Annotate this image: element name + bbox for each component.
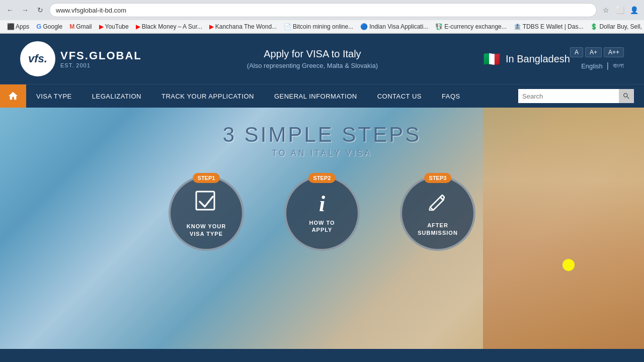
nav-visa-type[interactable]: VISA TYPE <box>26 85 82 107</box>
profile-icon[interactable]: 👤 <box>628 4 640 16</box>
pencil-icon <box>426 190 449 213</box>
step3-badge: STEP3 <box>424 173 452 183</box>
checkmark-icon <box>194 189 219 214</box>
apps-icon: ⬛ <box>7 23 14 30</box>
star-icon[interactable]: ☆ <box>600 4 612 16</box>
font-medium-button[interactable]: A+ <box>585 47 602 57</box>
logo-circle: vfs. <box>20 41 55 76</box>
hero-subtitle: TO AN ITALY VISA <box>0 149 644 158</box>
step2-icon: i <box>319 193 325 215</box>
bookmark-gmail[interactable]: M Gmail <box>66 22 95 31</box>
step2-circle: i HOW TOAPPLY <box>284 175 360 251</box>
step3-label: AFTERSUBMISSION <box>418 222 458 236</box>
logo-initials: vfs. <box>28 52 47 65</box>
yt-icon-1: ▶ <box>136 23 140 30</box>
step1-badge: STEP1 <box>193 173 220 183</box>
blue-info-section: Welcome to the website of the Italy Visa… <box>0 349 644 362</box>
italy-flag: 🇮🇹 <box>483 51 501 67</box>
step2-label: HOW TOAPPLY <box>309 219 335 234</box>
step2-badge: STEP2 <box>308 173 336 183</box>
font-small-button[interactable]: A <box>570 47 583 57</box>
search-icon <box>622 92 630 100</box>
nav-inner: VISA TYPE LEGALIZATION TRACK YOUR APPLIC… <box>0 84 644 108</box>
gmail-icon: M <box>69 23 74 30</box>
lang-controls: English | বাংলা <box>581 61 624 70</box>
google-icon: G <box>36 23 41 30</box>
nav-legalization[interactable]: LEGALIZATION <box>82 85 151 107</box>
lang-english-link[interactable]: English <box>581 62 603 70</box>
bookmark-kanchana[interactable]: ▶ Kanchana The Wond... <box>206 22 280 31</box>
bookmark-apps[interactable]: ⬛ Apps <box>4 22 32 31</box>
logo-est: EST. 2001 <box>60 62 142 68</box>
step-3: STEP3 AFTERSUBMISSION <box>400 173 475 251</box>
browser-toolbar: ← → ↻ www.vfsglobal-it-bd.com ☆ ⬜ 👤 <box>0 0 644 20</box>
site-header: vfs. VFS.GLOBAL EST. 2001 Apply for VISA… <box>0 34 644 84</box>
country-name: In Bangladesh <box>506 53 570 65</box>
refresh-button[interactable]: ↻ <box>34 4 46 16</box>
font-large-button[interactable]: A++ <box>604 47 624 57</box>
bookmark-dollar[interactable]: 💲 Dollar Buy, Sell, Exch... <box>587 22 644 31</box>
step1-icon <box>194 189 219 219</box>
bookmark-indian-visa[interactable]: 🔵 Indian Visa Applicati... <box>357 22 431 31</box>
browser-icons: ☆ ⬜ 👤 <box>600 4 640 16</box>
bookmark-google[interactable]: G Google <box>33 22 65 31</box>
site-wrapper: vfs. VFS.GLOBAL EST. 2001 Apply for VISA… <box>0 34 644 362</box>
tdbs-icon: 🏦 <box>514 23 521 30</box>
hero-content: 3 SIMPLE STEPS TO AN ITALY VISA STEP1 <box>0 108 644 349</box>
bookmark-blackmoney[interactable]: ▶ Black Money – A Sur... <box>133 22 205 31</box>
site-navigation: VISA TYPE LEGALIZATION TRACK YOUR APPLIC… <box>0 84 644 108</box>
nav-contact-us[interactable]: CONTACT US <box>367 85 432 107</box>
search-input[interactable] <box>518 89 619 103</box>
hero-main-title: 3 SIMPLE STEPS <box>0 123 644 147</box>
search-area <box>518 89 644 103</box>
bookmarks-bar: ⬛ Apps G Google M Gmail ▶ YouTube ▶ Blac… <box>0 20 644 33</box>
hero-title-area: 3 SIMPLE STEPS TO AN ITALY VISA <box>0 108 644 158</box>
hero-section: 3 SIMPLE STEPS TO AN ITALY VISA STEP1 <box>0 108 644 349</box>
back-button[interactable]: ← <box>4 4 16 16</box>
steps-container: STEP1 KNOW YOURVISA TYPE STEP2 <box>0 173 644 251</box>
flag-country-area: 🇮🇹 In Bangladesh <box>483 51 570 67</box>
nav-track-application[interactable]: TRACK YOUR APPLICATION <box>151 85 264 107</box>
bookmark-tdbs[interactable]: 🏦 TDBS E Wallet | Das... <box>511 22 587 31</box>
bookmark-youtube[interactable]: ▶ YouTube <box>96 22 132 31</box>
step1-circle: KNOW YOURVISA TYPE <box>169 175 244 251</box>
search-button[interactable] <box>619 89 634 103</box>
forward-button[interactable]: → <box>19 4 31 16</box>
nav-faqs[interactable]: FAQS <box>432 85 470 107</box>
visa-title: Apply for VISA to Italy <box>264 48 361 60</box>
lang-separator: | <box>607 61 609 70</box>
step3-icon <box>426 190 449 218</box>
home-nav-button[interactable] <box>0 84 26 108</box>
ecurrency-icon: 💱 <box>435 23 443 30</box>
step1-label: KNOW YOURVISA TYPE <box>187 223 226 237</box>
lang-bengali-link[interactable]: বাংলা <box>613 62 624 70</box>
visa-subtitle: (Also representing Greece, Malta & Slova… <box>247 62 378 69</box>
visa-info-center: Apply for VISA to Italy (Also representi… <box>142 48 483 69</box>
bitcoin-icon: 📄 <box>284 23 291 30</box>
header-right: A A+ A++ English | বাংলা <box>570 47 624 70</box>
logo-area: vfs. VFS.GLOBAL EST. 2001 <box>20 41 142 76</box>
indianvisa-icon: 🔵 <box>360 23 368 30</box>
yt-icon-2: ▶ <box>209 23 214 30</box>
bookmark-bitcoin[interactable]: 📄 Bitcoin mining online... <box>281 22 356 31</box>
bookmark-ecurrency[interactable]: 💱 E-currency exchange... <box>432 22 509 31</box>
step-1: STEP1 KNOW YOURVISA TYPE <box>169 173 244 251</box>
youtube-icon: ▶ <box>99 23 104 30</box>
step-2: STEP2 i HOW TOAPPLY <box>284 173 360 251</box>
dollar-icon: 💲 <box>590 23 598 30</box>
browser-chrome: ← → ↻ www.vfsglobal-it-bd.com ☆ ⬜ 👤 ⬛ Ap… <box>0 0 644 34</box>
url-text: www.vfsglobal-it-bd.com <box>56 7 126 14</box>
nav-general-information[interactable]: GENERAL INFORMATION <box>264 85 367 107</box>
font-controls: A A+ A++ <box>570 47 624 57</box>
step3-circle: AFTERSUBMISSION <box>400 175 475 251</box>
logo-name: VFS.GLOBAL <box>60 49 142 62</box>
logo-text: VFS.GLOBAL EST. 2001 <box>60 49 142 68</box>
address-bar[interactable]: www.vfsglobal-it-bd.com <box>49 3 597 17</box>
home-icon <box>8 90 19 102</box>
extension-icon[interactable]: ⬜ <box>614 4 626 16</box>
